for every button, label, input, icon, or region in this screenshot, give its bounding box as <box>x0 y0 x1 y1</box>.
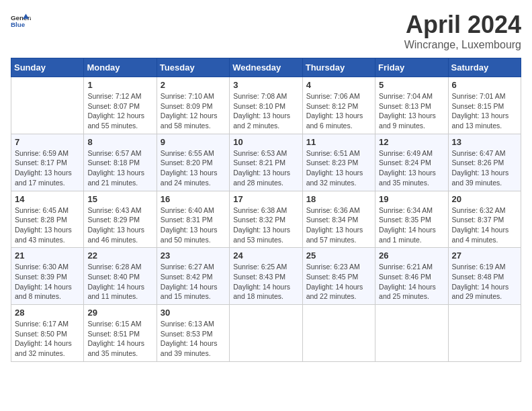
day-info: Sunrise: 6:59 AM Sunset: 8:17 PM Dayligh… <box>15 148 80 188</box>
day-number: 1 <box>87 80 152 90</box>
day-info: Sunrise: 6:57 AM Sunset: 8:18 PM Dayligh… <box>87 148 152 188</box>
day-number: 28 <box>15 308 80 318</box>
calendar-cell: 9Sunrise: 6:55 AM Sunset: 8:20 PM Daylig… <box>157 134 229 191</box>
day-number: 26 <box>379 250 444 261</box>
day-number: 9 <box>161 137 226 147</box>
calendar-cell: 15Sunrise: 6:43 AM Sunset: 8:29 PM Dayli… <box>84 191 157 248</box>
week-row-3: 14Sunrise: 6:45 AM Sunset: 8:28 PM Dayli… <box>11 191 521 248</box>
calendar-cell: 14Sunrise: 6:45 AM Sunset: 8:28 PM Dayli… <box>11 191 84 248</box>
day-info: Sunrise: 6:21 AM Sunset: 8:46 PM Dayligh… <box>379 262 444 302</box>
day-info: Sunrise: 6:53 AM Sunset: 8:21 PM Dayligh… <box>233 148 298 188</box>
day-info: Sunrise: 6:43 AM Sunset: 8:29 PM Dayligh… <box>87 205 152 245</box>
day-number: 2 <box>161 80 226 90</box>
calendar-cell: 22Sunrise: 6:28 AM Sunset: 8:40 PM Dayli… <box>84 248 157 305</box>
calendar-cell: 13Sunrise: 6:47 AM Sunset: 8:26 PM Dayli… <box>448 134 521 191</box>
calendar-cell: 4Sunrise: 7:06 AM Sunset: 8:12 PM Daylig… <box>302 77 375 134</box>
day-number: 18 <box>306 194 371 204</box>
day-info: Sunrise: 6:45 AM Sunset: 8:28 PM Dayligh… <box>15 205 80 245</box>
calendar-cell: 27Sunrise: 6:19 AM Sunset: 8:48 PM Dayli… <box>448 248 521 305</box>
day-number: 23 <box>161 250 226 261</box>
day-number: 11 <box>306 137 371 147</box>
day-number: 7 <box>15 137 80 147</box>
calendar-cell: 28Sunrise: 6:17 AM Sunset: 8:50 PM Dayli… <box>11 305 84 362</box>
logo: General Blue <box>11 11 31 31</box>
day-info: Sunrise: 6:49 AM Sunset: 8:24 PM Dayligh… <box>379 148 444 188</box>
day-info: Sunrise: 7:10 AM Sunset: 8:09 PM Dayligh… <box>161 91 226 131</box>
day-number: 13 <box>452 137 517 147</box>
calendar-cell: 1Sunrise: 7:12 AM Sunset: 8:07 PM Daylig… <box>84 77 157 134</box>
day-number: 24 <box>233 250 298 261</box>
day-info: Sunrise: 6:36 AM Sunset: 8:34 PM Dayligh… <box>306 205 371 245</box>
page-header: General Blue April 2024 Wincrange, Luxem… <box>11 11 521 51</box>
day-info: Sunrise: 6:23 AM Sunset: 8:45 PM Dayligh… <box>306 262 371 302</box>
day-info: Sunrise: 6:51 AM Sunset: 8:23 PM Dayligh… <box>306 148 371 188</box>
week-row-4: 21Sunrise: 6:30 AM Sunset: 8:39 PM Dayli… <box>11 248 521 305</box>
day-number: 3 <box>233 80 298 90</box>
calendar-cell: 10Sunrise: 6:53 AM Sunset: 8:21 PM Dayli… <box>230 134 302 191</box>
day-info: Sunrise: 6:13 AM Sunset: 8:53 PM Dayligh… <box>161 319 226 359</box>
calendar-cell: 11Sunrise: 6:51 AM Sunset: 8:23 PM Dayli… <box>302 134 375 191</box>
day-info: Sunrise: 6:32 AM Sunset: 8:37 PM Dayligh… <box>452 205 517 245</box>
day-info: Sunrise: 7:08 AM Sunset: 8:10 PM Dayligh… <box>233 91 298 131</box>
title-section: April 2024 Wincrange, Luxembourg <box>404 11 521 51</box>
calendar-cell: 23Sunrise: 6:27 AM Sunset: 8:42 PM Dayli… <box>157 248 229 305</box>
day-info: Sunrise: 6:17 AM Sunset: 8:50 PM Dayligh… <box>15 319 80 359</box>
calendar-cell: 30Sunrise: 6:13 AM Sunset: 8:53 PM Dayli… <box>157 305 229 362</box>
day-number: 27 <box>452 250 517 261</box>
calendar-cell: 8Sunrise: 6:57 AM Sunset: 8:18 PM Daylig… <box>84 134 157 191</box>
col-sunday: Sunday <box>11 58 84 77</box>
day-info: Sunrise: 6:55 AM Sunset: 8:20 PM Dayligh… <box>161 148 226 188</box>
calendar-cell: 20Sunrise: 6:32 AM Sunset: 8:37 PM Dayli… <box>448 191 521 248</box>
day-number: 30 <box>161 308 226 318</box>
day-number: 21 <box>15 250 80 261</box>
calendar-cell: 12Sunrise: 6:49 AM Sunset: 8:24 PM Dayli… <box>375 134 448 191</box>
calendar-cell: 2Sunrise: 7:10 AM Sunset: 8:09 PM Daylig… <box>157 77 229 134</box>
header-row: Sunday Monday Tuesday Wednesday Thursday… <box>11 58 521 77</box>
col-saturday: Saturday <box>448 58 521 77</box>
day-number: 22 <box>87 250 152 261</box>
day-number: 5 <box>379 80 444 90</box>
calendar-cell: 3Sunrise: 7:08 AM Sunset: 8:10 PM Daylig… <box>230 77 302 134</box>
day-number: 10 <box>233 137 298 147</box>
day-info: Sunrise: 7:01 AM Sunset: 8:15 PM Dayligh… <box>452 91 517 131</box>
day-info: Sunrise: 7:06 AM Sunset: 8:12 PM Dayligh… <box>306 91 371 131</box>
calendar-cell: 5Sunrise: 7:04 AM Sunset: 8:13 PM Daylig… <box>375 77 448 134</box>
col-tuesday: Tuesday <box>157 58 229 77</box>
day-info: Sunrise: 6:47 AM Sunset: 8:26 PM Dayligh… <box>452 148 517 188</box>
day-number: 29 <box>87 308 152 318</box>
day-info: Sunrise: 6:25 AM Sunset: 8:43 PM Dayligh… <box>233 262 298 302</box>
day-number: 16 <box>161 194 226 204</box>
calendar-cell: 19Sunrise: 6:34 AM Sunset: 8:35 PM Dayli… <box>375 191 448 248</box>
general-blue-logo-icon: General Blue <box>11 11 31 31</box>
day-info: Sunrise: 6:38 AM Sunset: 8:32 PM Dayligh… <box>233 205 298 245</box>
week-row-5: 28Sunrise: 6:17 AM Sunset: 8:50 PM Dayli… <box>11 305 521 362</box>
week-row-1: 1Sunrise: 7:12 AM Sunset: 8:07 PM Daylig… <box>11 77 521 134</box>
col-wednesday: Wednesday <box>230 58 302 77</box>
calendar-cell: 26Sunrise: 6:21 AM Sunset: 8:46 PM Dayli… <box>375 248 448 305</box>
day-info: Sunrise: 6:34 AM Sunset: 8:35 PM Dayligh… <box>379 205 444 245</box>
calendar-cell: 7Sunrise: 6:59 AM Sunset: 8:17 PM Daylig… <box>11 134 84 191</box>
calendar-cell <box>375 305 448 362</box>
day-info: Sunrise: 7:12 AM Sunset: 8:07 PM Dayligh… <box>87 91 152 131</box>
day-number: 20 <box>452 194 517 204</box>
day-number: 19 <box>379 194 444 204</box>
day-number: 6 <box>452 80 517 90</box>
day-info: Sunrise: 6:30 AM Sunset: 8:39 PM Dayligh… <box>15 262 80 302</box>
calendar-cell <box>302 305 375 362</box>
calendar-table: Sunday Monday Tuesday Wednesday Thursday… <box>11 58 521 362</box>
day-info: Sunrise: 6:28 AM Sunset: 8:40 PM Dayligh… <box>87 262 152 302</box>
day-number: 4 <box>306 80 371 90</box>
col-thursday: Thursday <box>302 58 375 77</box>
week-row-2: 7Sunrise: 6:59 AM Sunset: 8:17 PM Daylig… <box>11 134 521 191</box>
calendar-cell: 29Sunrise: 6:15 AM Sunset: 8:51 PM Dayli… <box>84 305 157 362</box>
calendar-cell: 18Sunrise: 6:36 AM Sunset: 8:34 PM Dayli… <box>302 191 375 248</box>
svg-text:Blue: Blue <box>11 21 26 28</box>
col-friday: Friday <box>375 58 448 77</box>
location-subtitle: Wincrange, Luxembourg <box>404 39 521 51</box>
day-info: Sunrise: 6:27 AM Sunset: 8:42 PM Dayligh… <box>161 262 226 302</box>
calendar-cell: 25Sunrise: 6:23 AM Sunset: 8:45 PM Dayli… <box>302 248 375 305</box>
calendar-cell: 21Sunrise: 6:30 AM Sunset: 8:39 PM Dayli… <box>11 248 84 305</box>
calendar-cell: 6Sunrise: 7:01 AM Sunset: 8:15 PM Daylig… <box>448 77 521 134</box>
calendar-cell: 17Sunrise: 6:38 AM Sunset: 8:32 PM Dayli… <box>230 191 302 248</box>
day-number: 8 <box>87 137 152 147</box>
